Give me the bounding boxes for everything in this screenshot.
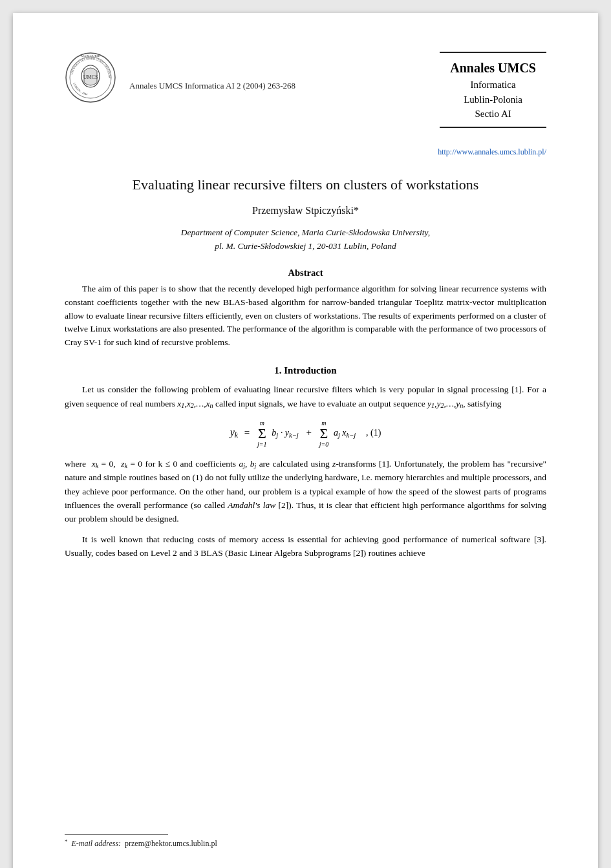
paper-title: Evaluating linear recursive filters on c… — [65, 176, 546, 193]
journal-header-box: Annales UMCS Informatica Lublin-Polonia … — [440, 52, 546, 128]
journal-sub2: Lublin-Polonia — [450, 92, 536, 107]
header-left: UMCS MARI CURIE UNIWERSYTET MARII CURIE-… — [65, 52, 295, 103]
typical-word: typical — [310, 487, 334, 496]
footnote-label: E-mail address: — [72, 839, 122, 848]
author-text: Przemysław Stpiczyński* — [252, 205, 359, 216]
journal-sub3: Sectio AI — [450, 107, 536, 122]
affiliation-line2: pl. M. Curie-Skłodowskiej 1, 20-031 Lubl… — [215, 241, 396, 251]
header: UMCS MARI CURIE UNIWERSYTET MARII CURIE-… — [65, 52, 546, 128]
page: UMCS MARI CURIE UNIWERSYTET MARII CURIE-… — [13, 13, 598, 868]
footnote-email: przem@hektor.umcs.lublin.pl — [125, 839, 217, 848]
footnote-marker: * — [65, 838, 68, 845]
journal-name: Annales UMCS — [450, 58, 536, 78]
affiliation: Department of Computer Science, Maria Cu… — [65, 226, 546, 253]
section1-para3: It is well known that reducing costs of … — [65, 533, 546, 560]
journal-reference: Annales UMCS Informatica AI 2 (2004) 263… — [129, 65, 295, 91]
footnote-divider — [65, 834, 168, 835]
abstract-text: The aim of this paper is to show that th… — [65, 282, 546, 350]
and-word: and — [180, 459, 193, 469]
footnote-text: * E-mail address: przem@hektor.umcs.lubl… — [65, 839, 546, 849]
abstract-title: Abstract — [65, 268, 546, 279]
author-name: Przemysław Stpiczyński* — [65, 205, 546, 217]
journal-sub1: Informatica — [450, 78, 536, 92]
footnote-area: * E-mail address: przem@hektor.umcs.lubl… — [65, 834, 546, 849]
university-logo: UMCS MARI CURIE UNIWERSYTET MARII CURIE-… — [65, 52, 116, 103]
journal-url: http://www.annales.umcs.lublin.pl/ — [65, 147, 546, 157]
section1-para1: Let us consider the following problem of… — [65, 383, 546, 410]
equation-1: yk = m Σ j=1 bj · yk−j + m Σ j=0 aj xk−j… — [65, 419, 546, 448]
section1-title: 1. Introduction — [65, 365, 546, 376]
affiliation-line1: Department of Computer Science, Maria Cu… — [181, 228, 430, 237]
svg-text:UMCS: UMCS — [83, 74, 98, 80]
section1-para2: where xk = 0, zk = 0 for k ≤ 0 and coeff… — [65, 457, 546, 526]
